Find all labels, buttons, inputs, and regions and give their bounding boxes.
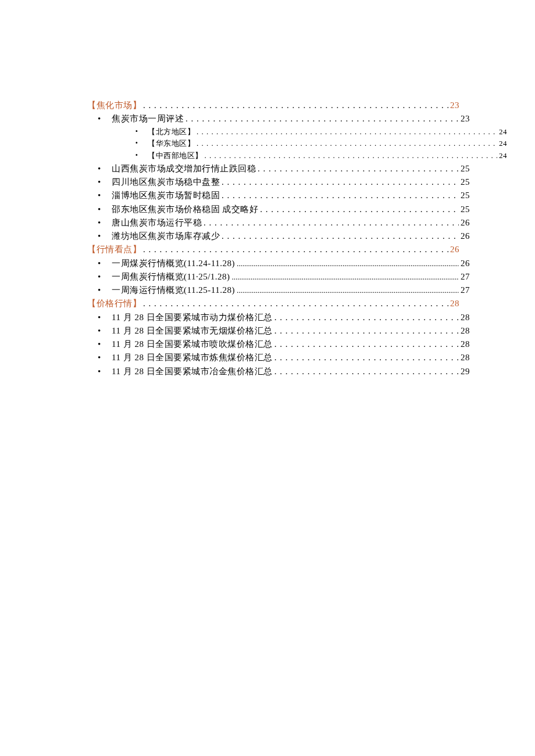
toc-item[interactable]: •一周焦炭行情概览(11·25/1.28) 27: [87, 270, 470, 284]
toc-item-label: •唐山焦炭市场运行平稳: [98, 216, 202, 230]
leader-dots: [237, 284, 459, 297]
toc-item-label: •11 月 28 日全国要紧城市冶金焦价格汇总: [98, 365, 273, 378]
toc-item-label: •焦炭市场一周评述: [98, 112, 184, 126]
leader-dots: [205, 150, 498, 162]
toc-section-heading[interactable]: 【行情看点】 26: [87, 243, 459, 256]
toc-item[interactable]: •焦炭市场一周评述 23: [87, 112, 470, 126]
toc-item[interactable]: •11 月 28 日全国要紧城市无烟煤价格汇总 28: [87, 324, 470, 338]
toc-item[interactable]: •淄博地区焦炭市场暂时稳固 25: [87, 189, 470, 202]
leader-dots: [232, 270, 459, 284]
toc-item[interactable]: •11 月 28 日全国要紧城市冶金焦价格汇总 29: [87, 365, 470, 378]
leader-dots: [197, 138, 497, 150]
bullet-icon: •: [98, 216, 101, 230]
page-number: 26: [450, 243, 459, 256]
bullet-icon: •: [98, 257, 101, 270]
page-number: 24: [499, 126, 507, 138]
page-number: 28: [461, 338, 470, 351]
leader-dots: [143, 297, 448, 310]
toc-item-label: •11 月 28 日全国要紧城市喷吹煤价格汇总: [98, 338, 273, 351]
bullet-icon: •: [98, 112, 101, 126]
bullet-icon: •: [98, 203, 101, 216]
toc-item-label: •一周焦炭行情概览(11·25/1.28): [98, 270, 230, 284]
page-number: 23: [450, 99, 459, 112]
leader-dots: [274, 324, 459, 338]
page-number: 28: [461, 324, 470, 338]
toc-item-label: •四川地区焦炭市场稳中盘整: [98, 175, 220, 189]
page-number: 29: [461, 365, 470, 378]
section-title: 【价格行情】: [87, 297, 141, 310]
leader-dots: [274, 365, 459, 378]
toc-section-heading[interactable]: 【价格行情】 28: [87, 297, 459, 310]
page-number: 24: [499, 138, 507, 150]
toc-item[interactable]: •唐山焦炭市场运行平稳 26: [87, 216, 470, 230]
bullet-icon: •: [98, 270, 101, 284]
bullet-icon: •: [135, 138, 138, 149]
toc-item[interactable]: •山西焦炭市场成交增加行情止跌回稳 25: [87, 162, 470, 175]
bullet-icon: •: [135, 150, 138, 161]
toc-subitem[interactable]: •【华东地区】 24: [87, 138, 507, 150]
bullet-icon: •: [98, 175, 101, 189]
toc-item-label: •11 月 28 日全国要紧城市无烟煤价格汇总: [98, 324, 273, 338]
toc-page: 【焦化市场】 23 •焦炭市场一周评述 23 •【北方地区】 24 •【华东地区…: [0, 0, 535, 756]
toc-item-label: •邵东地区焦炭市场价格稳固 成交略好: [98, 203, 258, 216]
bullet-icon: •: [98, 162, 101, 175]
toc-subitem[interactable]: •【北方地区】 24: [87, 126, 507, 138]
bullet-icon: •: [98, 351, 101, 364]
page-number: 26: [461, 230, 470, 243]
bullet-icon: •: [135, 126, 138, 137]
section-title: 【焦化市场】: [87, 99, 141, 112]
page-number: 25: [461, 189, 470, 202]
leader-dots: [143, 99, 448, 112]
leader-dots: [237, 257, 459, 270]
page-number: 27: [461, 284, 470, 297]
bullet-icon: •: [98, 189, 101, 202]
toc-item[interactable]: •四川地区焦炭市场稳中盘整 25: [87, 175, 470, 189]
toc-item-label: •一周海运行情概览(11.25-11.28): [98, 284, 235, 297]
toc-item-label: •一周煤炭行情概览(11.24-11.28): [98, 257, 235, 270]
toc-section-heading[interactable]: 【焦化市场】 23: [87, 99, 459, 112]
leader-dots: [186, 112, 459, 126]
page-number: 26: [461, 257, 470, 270]
toc-subitem-label: •【中西部地区】: [135, 150, 203, 162]
bullet-icon: •: [98, 324, 101, 338]
toc-item-label: •潍坊地区焦炭市场库存减少: [98, 230, 220, 243]
page-number: 26: [461, 216, 470, 230]
toc-item[interactable]: •11 月 28 日全国要紧城市动力煤价格汇总 28: [87, 311, 470, 324]
toc-subitem-label: •【北方地区】: [135, 126, 195, 138]
leader-dots: [260, 203, 459, 216]
bullet-icon: •: [98, 230, 101, 243]
leader-dots: [274, 338, 459, 351]
page-number: 28: [461, 351, 470, 364]
page-number: 23: [461, 112, 470, 126]
toc-item[interactable]: •11 月 28 日全国要紧城市喷吹煤价格汇总 28: [87, 338, 470, 351]
toc-item[interactable]: •邵东地区焦炭市场价格稳固 成交略好 25: [87, 203, 470, 216]
leader-dots: [204, 216, 459, 230]
bullet-icon: •: [98, 311, 101, 324]
section-title: 【行情看点】: [87, 243, 141, 256]
page-number: 25: [461, 203, 470, 216]
toc-item[interactable]: •一周煤炭行情概览(11.24-11.28) 26: [87, 257, 470, 270]
bullet-icon: •: [98, 284, 101, 297]
leader-dots: [222, 230, 459, 243]
leader-dots: [222, 189, 459, 202]
leader-dots: [143, 243, 448, 256]
page-number: 25: [461, 175, 470, 189]
page-number: 28: [461, 311, 470, 324]
leader-dots: [274, 311, 459, 324]
leader-dots: [222, 175, 459, 189]
toc-subitem[interactable]: •【中西部地区】 24: [87, 150, 507, 162]
leader-dots: [274, 351, 459, 364]
toc-item-label: •11 月 28 日全国要紧城市炼焦煤价格汇总: [98, 351, 273, 364]
toc-item-label: •山西焦炭市场成交增加行情止跌回稳: [98, 162, 256, 175]
toc-item[interactable]: •一周海运行情概览(11.25-11.28) 27: [87, 284, 470, 297]
page-number: 28: [450, 297, 459, 310]
leader-dots: [197, 126, 497, 138]
toc-item-label: •11 月 28 日全国要紧城市动力煤价格汇总: [98, 311, 273, 324]
page-number: 25: [461, 162, 470, 175]
toc-item[interactable]: •11 月 28 日全国要紧城市炼焦煤价格汇总 28: [87, 351, 470, 364]
page-number: 24: [499, 150, 507, 162]
leader-dots: [258, 162, 459, 175]
toc-item-label: •淄博地区焦炭市场暂时稳固: [98, 189, 220, 202]
toc-subitem-label: •【华东地区】: [135, 138, 195, 150]
toc-item[interactable]: •潍坊地区焦炭市场库存减少 26: [87, 230, 470, 243]
